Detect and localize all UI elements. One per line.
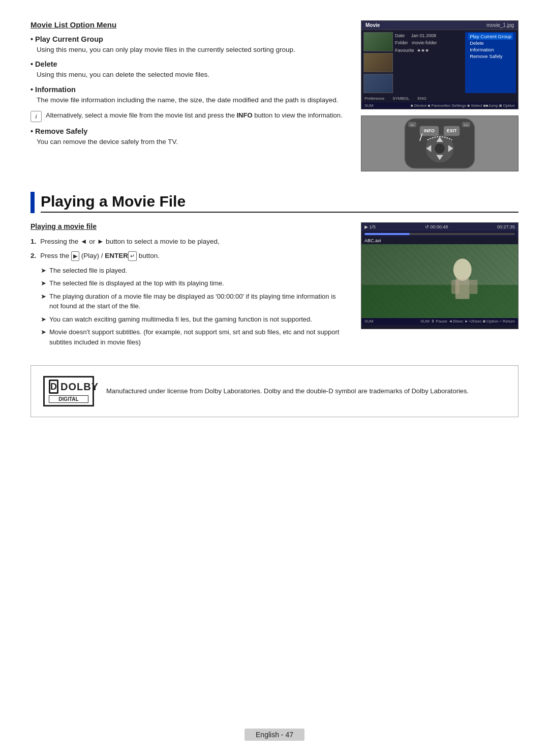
bullet-delete-label: Delete (30, 60, 346, 68)
playback-header-center: ↺ 00:00:48 (425, 224, 448, 229)
arrow-item-1: ➤ The selected file is played. (41, 266, 346, 276)
movie-list-option-menu: Movie List Option Menu Play Current Grou… (30, 20, 346, 171)
dolby-sub-text: DIGITAL (49, 395, 88, 403)
movie-thumb-1 (363, 32, 393, 51)
sum-label: SUM (364, 103, 374, 108)
playback-progress (361, 231, 518, 237)
bullet-play-label: Play Current Group (30, 35, 346, 43)
note-text: Alternatively, select a movie file from … (46, 110, 343, 121)
playback-video-area (361, 244, 518, 318)
dolby-logo: D DOLBY DIGITAL (43, 376, 94, 406)
svg-rect-22 (470, 280, 478, 294)
arrow-symbol-4: ➤ (41, 314, 46, 325)
movie-ui-filename: movie_1.jpg (486, 22, 514, 28)
bullet-play-text: Using this menu, you can only play movie… (37, 45, 346, 55)
arrow-text-1: The selected file is played. (49, 266, 127, 276)
bullet-remove-label: Remove Safely (30, 127, 346, 135)
playback-bottom-bar: SUM SUM ⏸ Pause ◄30sec ►+20sec ◙ Option … (361, 318, 518, 325)
svg-rect-18 (361, 285, 518, 318)
arrow-item-4: ➤ You can watch exciting gaming multimed… (41, 314, 346, 325)
bullet-delete: Delete Using this menu, you can delete t… (30, 60, 346, 80)
step-1: 1. Pressing the ◄ or ► button to select … (30, 237, 346, 247)
playing-instructions: Playing a movie file 1. Pressing the ◄ o… (30, 222, 346, 350)
movie-info-fav: Favourite ★★★ (395, 47, 463, 54)
menu-remove-safely: Remove Safely (468, 53, 513, 60)
device-options: ■ Device ■ Favourites Settings ■ Select … (411, 103, 515, 108)
section-divider: Playing a Movie File (30, 192, 518, 213)
top-section: Movie List Option Menu Play Current Grou… (30, 20, 518, 171)
menu-information: Information (468, 46, 513, 53)
movie-ui-title: Movie (365, 22, 380, 28)
step-2-number: 2. (30, 251, 36, 261)
dolby-description: Manufactured under license from Dolby La… (106, 386, 469, 397)
play-button-icon: ▶ (71, 251, 79, 261)
playback-filename: ABC.avi (361, 237, 518, 244)
arrow-symbol-2: ➤ (41, 278, 46, 288)
remote-ui-screenshot: INFO EXIT E2 EX (361, 115, 518, 171)
movie-ui-header: Movie movie_1.jpg (361, 21, 518, 30)
arrow-symbol-5: ➤ (41, 327, 46, 347)
section-divider-bar (30, 192, 35, 213)
arrow-text-3: The playing duration of a movie file may… (49, 292, 346, 311)
menu-delete: Delete (468, 40, 513, 46)
movie-ui-body: Date Jan 01.2008 Folder movie-folder Fav… (361, 30, 518, 95)
playback-controls: SUM ⏸ Pause ◄30sec ►+20sec ◙ Option ↩ Re… (420, 319, 515, 324)
dolby-brand-text: DOLBY (60, 381, 99, 393)
note-icon: i (30, 111, 42, 122)
movie-ui-info: Date Jan 01.2008 Folder movie-folder Fav… (395, 32, 463, 93)
arrow-item-2: ➤ The selected file is displayed at the … (41, 278, 346, 288)
playback-fill (364, 233, 410, 235)
dolby-box: D DOLBY DIGITAL Manufactured under licen… (30, 365, 518, 417)
playback-bar (364, 233, 515, 235)
svg-text:EX: EX (464, 124, 468, 127)
svg-point-7 (435, 143, 445, 154)
playback-header-right: 00:27:35 (497, 224, 515, 229)
arrow-item-3: ➤ The playing duration of a movie file m… (41, 292, 346, 311)
arrow-symbol-1: ➤ (41, 266, 46, 276)
playback-sum: SUM (364, 319, 374, 324)
movie-info-folder: Folder movie-folder (395, 39, 463, 46)
bullet-information: Information The movie file information i… (30, 85, 346, 105)
svg-rect-21 (451, 280, 460, 294)
svg-text:INFO: INFO (424, 128, 435, 133)
section-divider-content: Playing a Movie File (41, 193, 518, 213)
bullet-info-label: Information (30, 85, 346, 94)
video-content (361, 244, 518, 318)
section-title: Playing a Movie File (41, 193, 518, 210)
menu-play-current-group: Play Current Group (468, 33, 513, 40)
bullet-remove-safely: Remove Safely You can remove the device … (30, 127, 346, 147)
step-1-text: Pressing the ◄ or ► button to select a m… (40, 237, 219, 247)
movie-thumbnails (363, 32, 393, 93)
note-box: i Alternatively, select a movie file fro… (30, 110, 346, 122)
remote-svg: INFO EXIT E2 EX (361, 116, 518, 171)
step-2: 2. Press the ▶ (Play) / ENTER↵ button. (30, 251, 346, 261)
movie-ui-bottom-bar: SUM ■ Device ■ Favourites Settings ■ Sel… (361, 102, 518, 109)
bullet-delete-text: Using this menu, you can delete the sele… (37, 70, 346, 80)
playback-screenshot-area: ▶ 1/5 ↺ 00:00:48 00:27:35 ABC.avi (361, 222, 518, 350)
arrow-text-2: The selected file is displayed at the to… (49, 278, 224, 288)
playback-header: ▶ 1/5 ↺ 00:00:48 00:27:35 (361, 223, 518, 231)
movie-ui-screenshot: Movie movie_1.jpg Date Jan 01.2008 Folde… (361, 20, 518, 109)
movie-context-menu: Play Current Group Delete Information Re… (465, 32, 516, 93)
dolby-text-row: D DOLBY (49, 380, 88, 394)
page-footer: English - 47 (0, 729, 549, 741)
dolby-logo-outer: D DOLBY DIGITAL (43, 376, 94, 406)
playback-ui-screenshot: ▶ 1/5 ↺ 00:00:48 00:27:35 ABC.avi (361, 222, 518, 329)
movie-thumb-2 (363, 53, 393, 72)
svg-text:E2: E2 (410, 124, 414, 127)
symbol-label: SYMBOL (392, 96, 409, 101)
svg-text:EXIT: EXIT (447, 128, 457, 133)
movie-list-heading: Movie List Option Menu (30, 20, 346, 29)
movie-info-date: Date Jan 01.2008 (395, 32, 463, 39)
arrow-text-5: Movie doesn't support subtitles. (for ex… (49, 327, 346, 347)
top-right-screenshots: Movie movie_1.jpg Date Jan 01.2008 Folde… (361, 20, 518, 171)
movie-thumb-3 (363, 74, 393, 93)
arrow-item-5: ➤ Movie doesn't support subtitles. (for … (41, 327, 346, 347)
sub-section-heading: Playing a movie file (30, 222, 346, 230)
arrow-symbol-3: ➤ (41, 292, 46, 311)
eng-label: ENG (417, 96, 426, 101)
bullet-remove-text: You can remove the device safely from th… (37, 137, 346, 147)
page-number-badge: English - 47 (245, 729, 304, 741)
step-1-number: 1. (30, 237, 36, 247)
arrow-text-4: You can watch exciting gaming multimedia… (49, 314, 312, 325)
